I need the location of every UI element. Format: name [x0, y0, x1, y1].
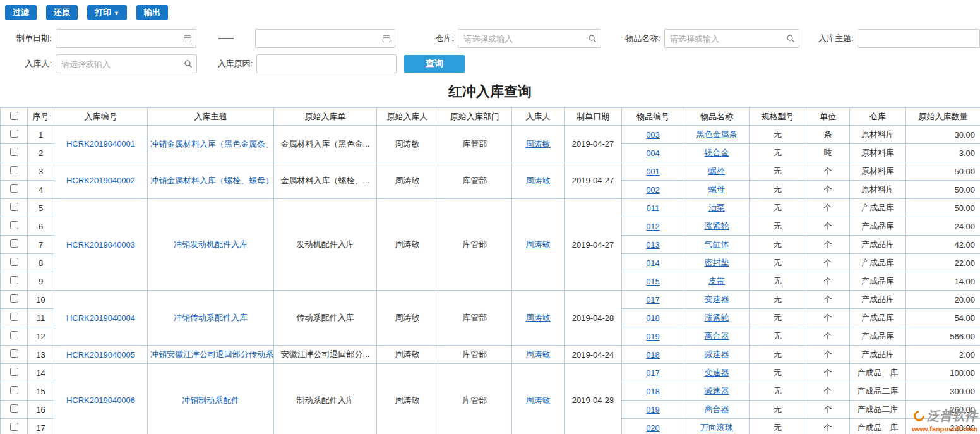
row-checkbox[interactable]: [10, 294, 18, 303]
search-icon[interactable]: [786, 34, 795, 43]
row-checkbox[interactable]: [10, 148, 18, 156]
item-name-link-cell: 密封垫: [684, 254, 750, 272]
row-checkbox[interactable]: [10, 221, 18, 229]
subject-input[interactable]: [858, 30, 979, 47]
item-code-link[interactable]: 003: [646, 130, 660, 140]
item-name-link[interactable]: 离合器: [705, 331, 729, 341]
item-code-link[interactable]: 018: [646, 387, 660, 396]
row-checkbox[interactable]: [10, 404, 18, 413]
item-name-link-cell: 变速器: [684, 291, 750, 309]
item-code-link[interactable]: 017: [646, 368, 660, 378]
item-warehouse: 产成品二库: [850, 419, 906, 434]
item-name-link[interactable]: 螺栓: [708, 166, 725, 176]
inbound-subject-link[interactable]: 冲销金属材料入库（黑色金属条、: [150, 139, 273, 148]
inbound-no-link[interactable]: HCRK2019040002: [66, 176, 135, 185]
restore-button[interactable]: 还原: [46, 5, 78, 20]
inbound-subject-link[interactable]: 冲销金属材料入库（螺栓、螺母）: [150, 176, 273, 185]
row-select-cell: [1, 382, 28, 401]
item-name-link[interactable]: 万向滚珠: [700, 423, 733, 432]
inbound-person-link[interactable]: 周涛敏: [526, 139, 551, 148]
row-checkbox[interactable]: [10, 203, 18, 211]
item-code-link[interactable]: 019: [646, 405, 660, 414]
row-checkbox[interactable]: [10, 349, 18, 358]
item-name-link[interactable]: 变速器: [705, 368, 729, 377]
item-name-link[interactable]: 螺母: [708, 184, 725, 194]
inbound-person-link[interactable]: 周涛敏: [526, 176, 551, 185]
original-person: 周涛敏: [377, 162, 438, 199]
item-name-link[interactable]: 密封垫: [705, 258, 729, 267]
item-code-link[interactable]: 001: [646, 167, 660, 176]
item-name-link[interactable]: 黑色金属条: [696, 130, 738, 139]
warehouse-input[interactable]: [458, 30, 601, 47]
inbound-no-link[interactable]: HCRK2019040005: [66, 350, 135, 359]
inbound-no-link-cell: HCRK2019040001: [54, 126, 148, 162]
item-name-link[interactable]: 涨紧轮: [705, 313, 729, 322]
search-icon[interactable]: [588, 34, 597, 43]
item-code-link[interactable]: 018: [646, 313, 660, 323]
item-unit: 个: [806, 181, 850, 199]
inbound-subject-link[interactable]: 冲销传动系配件入库: [174, 313, 248, 322]
item-name-link[interactable]: 减速器: [705, 349, 729, 359]
item-unit: 条: [806, 126, 850, 144]
inbound-person-link[interactable]: 周涛敏: [526, 239, 551, 249]
inbound-no-link[interactable]: HCRK2019040003: [66, 240, 135, 250]
select-all-checkbox[interactable]: [10, 112, 18, 120]
inbound-no-link[interactable]: HCRK2019040004: [66, 313, 135, 323]
item-warehouse: 产成品库: [850, 272, 906, 291]
item-code-link[interactable]: 018: [646, 350, 660, 359]
filter-button[interactable]: 过滤: [5, 5, 37, 20]
item-code-link[interactable]: 019: [646, 332, 660, 341]
row-checkbox[interactable]: [10, 368, 18, 376]
row-checkbox[interactable]: [10, 386, 18, 394]
inbound-person-input[interactable]: [56, 55, 196, 73]
inbound-person-link[interactable]: 周涛敏: [526, 349, 551, 359]
item-name-input[interactable]: [665, 30, 799, 47]
inbound-person-link[interactable]: 周涛敏: [526, 395, 551, 405]
search-icon[interactable]: [184, 59, 193, 68]
item-code-link[interactable]: 012: [646, 222, 660, 231]
item-code-link[interactable]: 004: [646, 148, 660, 158]
item-name-link[interactable]: 涨紧轮: [705, 221, 729, 231]
row-checkbox[interactable]: [10, 130, 18, 138]
item-code-link[interactable]: 002: [646, 185, 660, 195]
row-checkbox[interactable]: [10, 331, 18, 339]
inbound-subject-link[interactable]: 冲销制动系配件: [182, 395, 239, 405]
order-date-from-input[interactable]: [56, 30, 196, 47]
row-checkbox[interactable]: [10, 239, 18, 248]
print-button[interactable]: 打印▼: [87, 5, 127, 20]
row-checkbox[interactable]: [10, 184, 18, 193]
item-code-link[interactable]: 017: [646, 295, 660, 304]
inbound-no-link[interactable]: HCRK2019040001: [66, 139, 135, 148]
row-checkbox[interactable]: [10, 423, 18, 431]
item-name-link[interactable]: 变速器: [705, 294, 729, 304]
item-code-link[interactable]: 013: [646, 240, 660, 250]
inbound-subject-link[interactable]: 冲销安徽江津公司退回部分传动系...: [150, 349, 274, 359]
item-code-link[interactable]: 011: [647, 203, 660, 213]
item-code-link[interactable]: 014: [646, 258, 660, 268]
item-name-link[interactable]: 镁合金: [705, 148, 729, 157]
item-name-link[interactable]: 减速器: [705, 386, 729, 395]
item-code-link-cell: 002: [622, 181, 684, 199]
item-name-link[interactable]: 气缸体: [705, 239, 729, 249]
row-checkbox[interactable]: [10, 258, 18, 266]
reason-input[interactable]: [257, 55, 396, 73]
item-code-link-cell: 019: [622, 327, 684, 346]
calendar-icon[interactable]: [183, 34, 192, 43]
export-button[interactable]: 输出: [136, 5, 168, 20]
item-code-link[interactable]: 020: [646, 423, 660, 433]
row-checkbox[interactable]: [10, 276, 18, 284]
item-unit: 个: [806, 346, 850, 364]
item-name-link[interactable]: 皮带: [708, 276, 725, 286]
item-name-link[interactable]: 离合器: [705, 404, 729, 414]
row-checkbox[interactable]: [10, 313, 18, 321]
item-name-link[interactable]: 油泵: [708, 203, 725, 212]
calendar-icon[interactable]: [382, 34, 391, 43]
item-code-link[interactable]: 015: [646, 277, 660, 286]
original-person: 周涛敏: [377, 346, 438, 364]
inbound-person-link[interactable]: 周涛敏: [526, 313, 551, 322]
inbound-no-link[interactable]: HCRK2019040006: [66, 395, 135, 405]
inbound-subject-link[interactable]: 冲销发动机配件入库: [174, 239, 248, 249]
order-date-to-input[interactable]: [256, 30, 394, 47]
row-checkbox[interactable]: [10, 166, 18, 174]
query-button[interactable]: 查询: [404, 55, 465, 73]
